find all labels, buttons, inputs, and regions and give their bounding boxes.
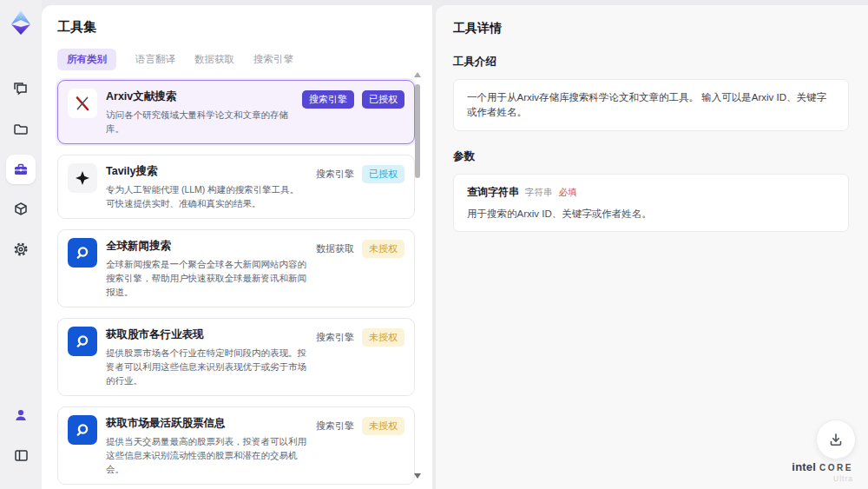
tool-card-body: Tavily搜索 专为人工智能代理 (LLM) 构建的搜索引擎工具。可快速提供实… [106, 163, 307, 210]
auth-status-badge: 未授权 [362, 240, 404, 258]
tool-detail-panel: 工具详情 工具介绍 一个用于从Arxiv存储库搜索科学论文和文章的工具。 输入可… [436, 5, 868, 489]
tool-badges: 数据获取 未授权 [316, 240, 404, 258]
sidebar-rail [0, 0, 42, 489]
category-label: 搜索引擎 [316, 168, 354, 181]
category-tabs: 所有类别 语言翻译 数据获取 搜索引擎 [57, 49, 417, 70]
param-name: 查询字符串 [467, 185, 519, 200]
param-box: 查询字符串 字符串 必填 用于搜索的Arxiv ID、关键字或作者姓名。 [453, 174, 849, 232]
tool-description: 访问各个研究领域大量科学论文和文章的存储库。 [106, 108, 293, 135]
download-button[interactable] [816, 420, 856, 459]
sidebar-item-files[interactable] [6, 115, 36, 144]
news-search-icon [68, 415, 97, 445]
scroll-up-arrow[interactable] [414, 72, 421, 77]
auth-status-badge: 未授权 [362, 328, 404, 347]
param-description: 用于搜索的Arxiv ID、关键字或作者姓名。 [467, 208, 835, 221]
tool-card-sector-performance[interactable]: 获取股市各行业表现 提供股票市场各个行业在特定时间段内的表现。投资者可以利用这些… [57, 318, 415, 396]
tool-card-global-news[interactable]: 全球新闻搜索 全球新闻搜索是一个聚合全球各大新闻网站内容的搜索引擎，帮助用户快速… [57, 229, 415, 307]
tab-data-acquisition[interactable]: 数据获取 [194, 49, 234, 70]
intro-text: 一个用于从Arxiv存储库搜索科学论文和文章的工具。 输入可以是Arxiv ID… [467, 90, 835, 120]
tool-badges: 搜索引擎 已授权 [316, 165, 404, 183]
gear-icon [12, 241, 30, 258]
category-label: 搜索引擎 [316, 331, 354, 344]
toolbox-icon [12, 161, 30, 178]
tool-description: 专为人工智能代理 (LLM) 构建的搜索引擎工具。可快速提供实时、准确和真实的结… [106, 182, 307, 210]
tool-name: Tavily搜索 [106, 164, 307, 179]
tab-all-categories[interactable]: 所有类别 [57, 49, 116, 70]
intro-box: 一个用于从Arxiv存储库搜索科学论文和文章的工具。 输入可以是Arxiv ID… [453, 79, 849, 131]
tool-description: 提供当天交易量最高的股票列表，投资者可以利用这些信息来识别流动性强的股票和潜在的… [106, 434, 307, 476]
detail-title: 工具详情 [453, 21, 849, 36]
sidebar-item-tools[interactable] [6, 155, 36, 184]
param-type: 字符串 [525, 187, 553, 199]
tools-panel: 工具集 所有类别 语言翻译 数据获取 搜索引擎 Arxiv文献搜索 访问各个研究… [42, 5, 432, 489]
app-logo-icon[interactable] [7, 9, 35, 36]
auth-status-badge: 已授权 [362, 90, 404, 109]
tool-name: 获取市场最活跃股票信息 [106, 416, 307, 431]
sidebar-item-chat[interactable] [6, 75, 36, 104]
sidebar-item-collapse[interactable] [6, 440, 36, 470]
page-title: 工具集 [57, 19, 417, 36]
tool-badges: 搜索引擎 已授权 [302, 90, 404, 109]
tool-name: Arxiv文献搜索 [106, 89, 293, 104]
tool-description: 提供股票市场各个行业在特定时间段内的表现。投资者可以利用这些信息来识别表现优于或… [106, 346, 307, 387]
sidebar-item-settings[interactable] [6, 235, 36, 264]
scrollbar-thumb[interactable] [415, 84, 420, 178]
ultra-wordmark: Ultra [792, 474, 853, 483]
chat-icon [12, 81, 30, 98]
sparkle-icon [68, 163, 97, 193]
folder-icon [12, 121, 30, 138]
panel-toggle-icon [13, 447, 30, 464]
tool-description: 全球新闻搜索是一个聚合全球各大新闻网站内容的搜索引擎，帮助用户快速获取全球最新资… [106, 257, 307, 299]
list-scrollbar[interactable] [414, 74, 421, 477]
param-header-line: 查询字符串 字符串 必填 [467, 185, 835, 200]
tool-card-arxiv[interactable]: Arxiv文献搜索 访问各个研究领域大量科学论文和文章的存储库。 搜索引擎 已授… [57, 80, 415, 144]
tab-search-engine[interactable]: 搜索引擎 [253, 49, 293, 70]
category-label: 搜索引擎 [316, 420, 354, 433]
package-icon [12, 201, 30, 218]
tab-language-translation[interactable]: 语言翻译 [135, 49, 175, 70]
user-icon [13, 407, 29, 423]
scroll-down-arrow[interactable] [414, 473, 421, 479]
tool-card-tavily[interactable]: Tavily搜索 专为人工智能代理 (LLM) 构建的搜索引擎工具。可快速提供实… [57, 155, 415, 219]
tool-badges: 搜索引擎 未授权 [316, 417, 404, 435]
arxiv-icon [68, 89, 97, 118]
sidebar-item-models[interactable] [6, 195, 36, 224]
tool-name: 全球新闻搜索 [106, 239, 307, 254]
sidebar-item-account[interactable] [6, 400, 36, 430]
download-icon [828, 432, 844, 447]
tool-card-body: Arxiv文献搜索 访问各个研究领域大量科学论文和文章的存储库。 [106, 89, 293, 135]
auth-status-badge: 未授权 [362, 417, 404, 435]
intel-wordmark: intel [792, 460, 816, 473]
news-search-icon [68, 327, 97, 356]
intel-core-logo: intel CORE Ultra [792, 460, 853, 483]
tool-badges: 搜索引擎 未授权 [316, 328, 404, 347]
category-badge: 搜索引擎 [302, 90, 354, 109]
tool-card-body: 获取股市各行业表现 提供股票市场各个行业在特定时间段内的表现。投资者可以利用这些… [106, 327, 307, 387]
params-heading: 参数 [453, 149, 849, 164]
tool-name: 获取股市各行业表现 [106, 327, 307, 342]
param-required-flag: 必填 [559, 187, 577, 199]
news-search-icon [68, 238, 97, 268]
category-label: 数据获取 [316, 242, 354, 255]
core-wordmark: CORE [819, 463, 853, 472]
tool-card-body: 全球新闻搜索 全球新闻搜索是一个聚合全球各大新闻网站内容的搜索引擎，帮助用户快速… [106, 238, 307, 299]
intro-heading: 工具介绍 [453, 55, 849, 69]
tool-card-most-active-stocks[interactable]: 获取市场最活跃股票信息 提供当天交易量最高的股票列表，投资者可以利用这些信息来识… [57, 406, 415, 485]
tool-card-body: 获取市场最活跃股票信息 提供当天交易量最高的股票列表，投资者可以利用这些信息来识… [106, 415, 307, 476]
tool-list: Arxiv文献搜索 访问各个研究领域大量科学论文和文章的存储库。 搜索引擎 已授… [57, 80, 415, 489]
auth-status-badge: 已授权 [362, 165, 404, 183]
